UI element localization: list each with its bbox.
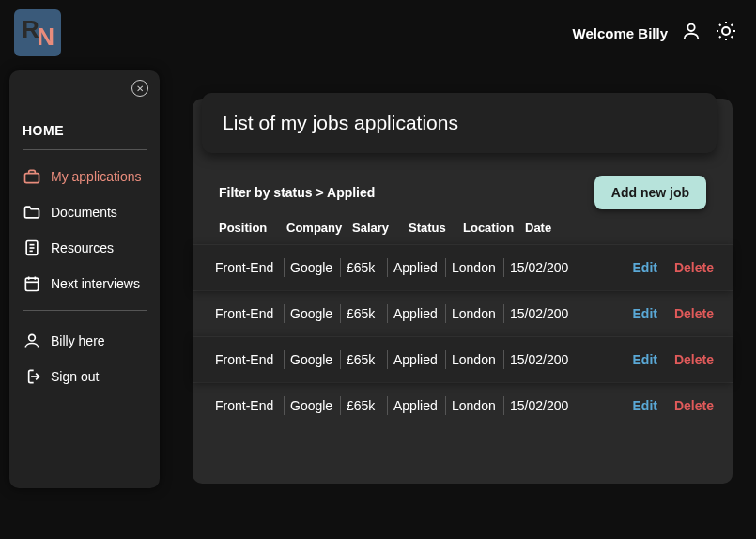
- cell-salary: £65k: [341, 304, 388, 323]
- app-logo[interactable]: RN: [14, 9, 61, 56]
- col-status: Status: [409, 221, 463, 235]
- table-row: Front-End Google £65k Applied London 15/…: [193, 290, 733, 336]
- cell-date: 15/02/200: [504, 304, 583, 323]
- cell-position: Front-End: [215, 258, 285, 277]
- edit-button[interactable]: Edit: [633, 352, 657, 367]
- rows-container: Front-End Google £65k Applied London 15/…: [193, 244, 733, 428]
- svg-line-8: [719, 37, 721, 38]
- col-salary: Salary: [352, 221, 409, 235]
- sidebar-item-label: Documents: [51, 205, 117, 220]
- sidebar-item-next-interviews[interactable]: Next interviews: [23, 274, 147, 293]
- sidebar-item-resources[interactable]: Resources: [23, 239, 147, 257]
- signout-icon: [23, 367, 41, 386]
- calendar-icon: [23, 274, 41, 293]
- header-right: Welcome Billy: [573, 20, 737, 46]
- edit-button[interactable]: Edit: [633, 306, 657, 321]
- cell-location: London: [446, 304, 504, 323]
- divider: [23, 149, 147, 150]
- svg-line-7: [732, 37, 733, 38]
- delete-button[interactable]: Delete: [674, 306, 714, 321]
- welcome-text: Welcome Billy: [573, 25, 668, 41]
- table-row: Front-End Google £65k Applied London 15/…: [193, 336, 733, 382]
- cell-date: 15/02/200: [504, 396, 583, 415]
- close-icon[interactable]: ✕: [131, 80, 148, 97]
- col-location: Location: [463, 221, 525, 235]
- cell-date: 15/02/200: [504, 350, 583, 369]
- sidebar-item-documents[interactable]: Documents: [23, 203, 147, 222]
- edit-button[interactable]: Edit: [633, 398, 657, 413]
- cell-location: London: [446, 396, 504, 415]
- col-date: Date: [525, 221, 581, 235]
- cell-position: Front-End: [215, 304, 285, 323]
- document-icon: [23, 239, 41, 257]
- sidebar-item-label: My applications: [51, 169, 142, 184]
- edit-button[interactable]: Edit: [633, 260, 657, 275]
- cell-status: Applied: [388, 350, 446, 369]
- sidebar-signout-label: Sign out: [51, 369, 99, 384]
- folder-icon: [23, 203, 41, 222]
- svg-line-9: [732, 24, 733, 26]
- cell-company: Google: [285, 258, 341, 277]
- table-row: Front-End Google £65k Applied London 15/…: [193, 382, 733, 428]
- cell-position: Front-End: [215, 396, 285, 415]
- toolbar: Filter by status > Applied Add new job: [193, 159, 733, 217]
- sidebar-title: HOME: [23, 123, 147, 138]
- panel-header: List of my jobs applications: [202, 93, 717, 153]
- sidebar-item-signout[interactable]: Sign out: [23, 367, 147, 386]
- cell-salary: £65k: [341, 258, 388, 277]
- table-row: Front-End Google £65k Applied London 15/…: [193, 244, 733, 290]
- delete-button[interactable]: Delete: [674, 260, 714, 275]
- filter-text: Filter by status > Applied: [219, 185, 375, 200]
- svg-line-6: [719, 24, 721, 26]
- sidebar-item-label: Next interviews: [51, 276, 140, 291]
- briefcase-icon: [23, 167, 41, 186]
- svg-point-19: [29, 334, 36, 341]
- theme-toggle-icon[interactable]: [715, 20, 737, 46]
- svg-point-1: [722, 27, 730, 35]
- add-new-job-button[interactable]: Add new job: [594, 176, 706, 209]
- sidebar: ✕ HOME My applications Documents Resourc…: [9, 70, 160, 488]
- cell-status: Applied: [388, 396, 446, 415]
- cell-position: Front-End: [215, 350, 285, 369]
- cell-salary: £65k: [341, 350, 388, 369]
- sidebar-item-my-applications[interactable]: My applications: [23, 167, 147, 186]
- cell-company: Google: [285, 396, 341, 415]
- col-company: Company: [286, 221, 352, 235]
- svg-point-0: [687, 24, 694, 31]
- cell-salary: £65k: [341, 396, 388, 415]
- cell-date: 15/02/200: [504, 258, 583, 277]
- svg-rect-10: [25, 174, 39, 183]
- column-headers: Position Company Salary Status Location …: [193, 217, 733, 244]
- cell-location: London: [446, 350, 504, 369]
- svg-rect-15: [25, 278, 38, 290]
- cell-company: Google: [285, 304, 341, 323]
- panel-title: List of my jobs applications: [223, 112, 696, 134]
- sidebar-item-label: Resources: [51, 240, 114, 255]
- sidebar-item-user[interactable]: Billy here: [23, 331, 147, 350]
- cell-status: Applied: [388, 304, 446, 323]
- divider: [23, 310, 147, 311]
- app-header: RN Welcome Billy: [0, 0, 756, 66]
- cell-status: Applied: [388, 258, 446, 277]
- cell-company: Google: [285, 350, 341, 369]
- delete-button[interactable]: Delete: [674, 352, 714, 367]
- cell-location: London: [446, 258, 504, 277]
- main-panel: List of my jobs applications Filter by s…: [193, 99, 733, 484]
- delete-button[interactable]: Delete: [674, 398, 714, 413]
- user-icon: [23, 331, 41, 350]
- col-position: Position: [219, 221, 286, 235]
- user-icon[interactable]: [681, 21, 702, 45]
- sidebar-user-label: Billy here: [51, 333, 105, 348]
